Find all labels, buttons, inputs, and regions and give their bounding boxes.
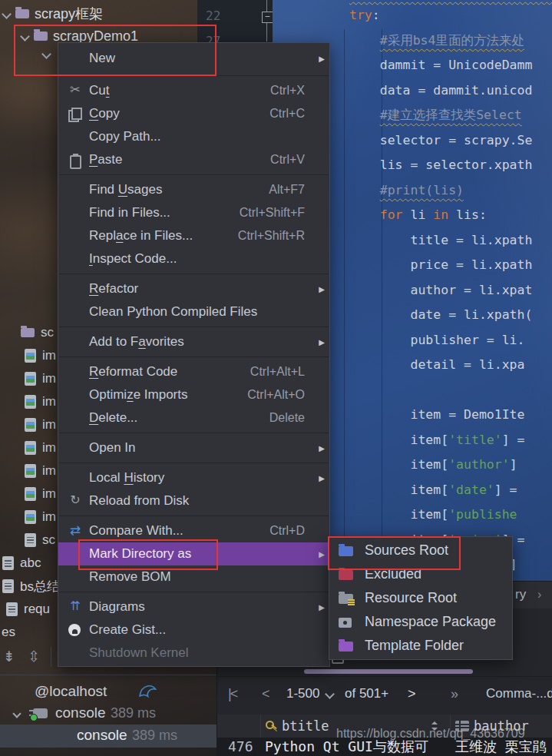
code-line xyxy=(349,378,532,403)
menu-item-label: Reformat Code xyxy=(89,364,177,380)
menu-item-find-in-files[interactable]: Find in Files...Ctrl+Shift+F xyxy=(58,201,329,224)
compare-icon: ⇄ xyxy=(65,524,85,538)
page-range[interactable]: 1-500 xyxy=(286,686,319,701)
folder-purple-icon xyxy=(339,641,355,652)
previous-page-icon[interactable]: < xyxy=(262,686,270,702)
export-format[interactable]: Comma-...d xyxy=(486,686,552,701)
menu-item-label: Compare With... xyxy=(89,523,183,539)
fold-collapse-icon[interactable]: − xyxy=(262,12,273,23)
submenu-item-resource-root[interactable]: Resource Root xyxy=(329,586,512,610)
menu-item-diagrams[interactable]: ⇈Diagrams▶ xyxy=(58,595,329,618)
code-line: selector = scrapy.Se xyxy=(349,128,532,154)
menu-item-paste[interactable]: PasteCtrl+V xyxy=(58,148,329,171)
menu-item-add-to-favorites[interactable]: Add to Favorites▶ xyxy=(58,330,329,353)
console-row-localhost[interactable]: @localhost xyxy=(0,681,217,704)
tree-row-label: abc xyxy=(20,555,41,571)
blank-icon xyxy=(65,441,85,455)
menu-item-cut[interactable]: ✂CutCtrl+X xyxy=(58,79,329,102)
tree-row-label: im xyxy=(42,417,56,433)
toolbar-divider xyxy=(51,647,51,667)
blank-icon xyxy=(65,570,85,584)
image-icon xyxy=(25,441,36,455)
code-token: #print(lis) xyxy=(380,183,464,197)
menu-item-copy[interactable]: CopyCtrl+C xyxy=(58,102,329,125)
menu-separator xyxy=(59,274,329,274)
submenu-item-namespace-package[interactable]: Namespace Package xyxy=(329,610,512,634)
code-token: dammit = UnicodeDamm xyxy=(349,58,532,72)
menu-item-label: Copy Path... xyxy=(89,129,161,144)
console-row-console[interactable]: console389 ms xyxy=(0,724,217,748)
code-token xyxy=(349,108,380,122)
file-icon xyxy=(25,533,36,547)
chevron-down-icon[interactable] xyxy=(12,709,21,718)
code-token: author = li.xpat xyxy=(349,283,532,297)
breadcrumb-item[interactable]: ry xyxy=(515,587,526,602)
menu-item-find-usages[interactable]: Find UsagesAlt+F7 xyxy=(58,178,329,201)
duration-text: 389 ms xyxy=(111,705,156,721)
row-number: 476 xyxy=(228,738,253,756)
column-header-btitle[interactable]: btitle xyxy=(265,718,329,734)
menu-item-refactor[interactable]: Refactor▶ xyxy=(58,277,329,300)
blank-icon xyxy=(65,305,85,319)
console-row-label: @localhost xyxy=(35,683,107,700)
blank-icon xyxy=(65,365,85,379)
menu-item-label: Replace in Files... xyxy=(89,228,193,244)
code-token: for xyxy=(380,207,403,222)
copy-icon xyxy=(65,107,85,121)
column-name: btitle xyxy=(282,718,329,734)
code-token xyxy=(349,183,380,197)
menu-item-label: Reload from Disk xyxy=(89,493,189,509)
tree-row-label: im xyxy=(42,440,56,456)
code-token xyxy=(349,33,380,48)
code-line: try: xyxy=(349,3,532,28)
next-page-icon[interactable]: > xyxy=(408,686,416,702)
menu-item-label: Optimize Imports xyxy=(89,387,187,403)
menu-item-shortcut: Ctrl+Shift+F xyxy=(240,206,305,220)
code-token: ] = xyxy=(502,433,525,447)
image-icon xyxy=(25,464,36,478)
horizontal-scrollbar[interactable] xyxy=(304,669,473,674)
line-number: 22 xyxy=(206,8,220,23)
tree-row-label: es xyxy=(2,625,15,640)
more-actions-icon[interactable]: » xyxy=(451,686,458,702)
menu-item-clean-python-compiled-files[interactable]: Clean Python Compiled Files xyxy=(58,300,329,323)
blank-icon xyxy=(65,646,85,660)
menu-item-delete[interactable]: Delete...Delete xyxy=(58,406,329,429)
menu-separator xyxy=(59,463,329,463)
file-icon xyxy=(2,556,14,570)
tree-row-label: im xyxy=(42,509,56,525)
chevron-down-icon[interactable] xyxy=(2,9,12,19)
code-line: lis = selector.xpath xyxy=(349,153,532,178)
menu-item-inspect-code[interactable]: Inspect Code... xyxy=(58,247,329,270)
tree-row-label: bs总结 xyxy=(20,578,60,595)
file-icon xyxy=(6,602,18,616)
code-token xyxy=(349,207,380,222)
menu-item-reload-from-disk[interactable]: ↻Reload from Disk xyxy=(58,489,329,512)
menu-item-optimize-imports[interactable]: Optimize ImportsCtrl+Alt+O xyxy=(58,383,329,406)
tree-row-label: im xyxy=(42,463,56,479)
tree-root-label: scrapy框架 xyxy=(35,5,103,23)
tree-row-root[interactable]: scrapy框架 xyxy=(3,3,103,25)
chevron-down-icon[interactable] xyxy=(325,689,335,699)
menu-item-copy-path[interactable]: Copy Path... xyxy=(58,125,329,148)
menu-item-local-history[interactable]: Local History▶ xyxy=(58,466,329,489)
submenu-arrow-icon: ▶ xyxy=(314,338,325,346)
scroll-to-end-icon[interactable]: ⇟ xyxy=(3,649,15,664)
menu-item-label: Diagrams xyxy=(89,599,145,615)
menu-item-shutdown-kernel[interactable]: Shutdown Kernel xyxy=(58,642,329,665)
code-token: #建立选择查找类Select xyxy=(380,108,522,122)
menu-item-label: Add to Favorites xyxy=(89,334,184,350)
code-token: 'publishe xyxy=(448,507,517,522)
menu-item-replace-in-files[interactable]: Replace in Files...Ctrl+Shift+R xyxy=(58,224,329,247)
collapse-all-icon[interactable]: ⇳ xyxy=(28,649,40,664)
code-line: #print(lis) xyxy=(349,178,532,204)
code-line: for li in lis: xyxy=(349,203,532,228)
menu-item-create-gist[interactable]: Create Gist... xyxy=(58,618,329,642)
console-row-console[interactable]: console389 ms xyxy=(0,702,217,725)
first-page-icon[interactable]: |< xyxy=(228,686,236,702)
submenu-arrow-icon: ▶ xyxy=(314,55,325,63)
plug-icon xyxy=(33,708,48,718)
menu-item-open-in[interactable]: Open In▶ xyxy=(58,436,329,459)
submenu-item-template-folder[interactable]: Template Folder xyxy=(329,634,512,658)
menu-item-reformat-code[interactable]: Reformat CodeCtrl+Alt+L xyxy=(58,360,329,383)
